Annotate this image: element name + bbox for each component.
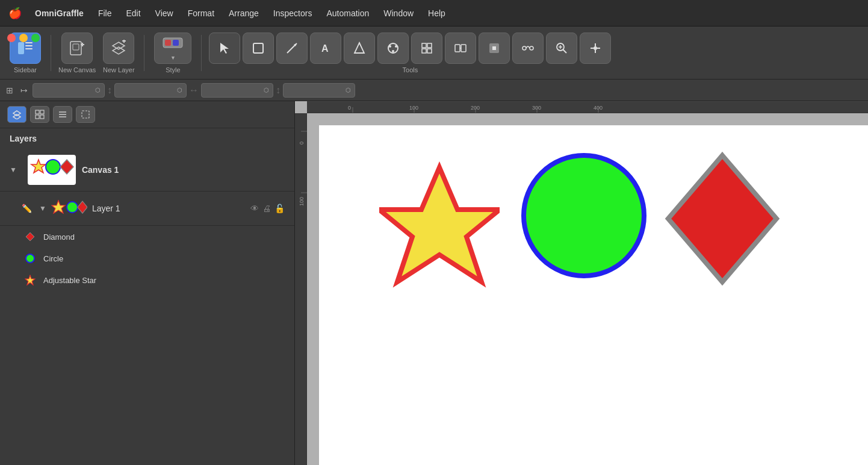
menu-format[interactable]: Format bbox=[182, 6, 220, 20]
sidebar-label: Sidebar bbox=[14, 66, 37, 73]
svg-rect-0 bbox=[18, 42, 24, 54]
selection-tool[interactable] bbox=[209, 33, 240, 64]
svg-rect-3 bbox=[25, 48, 33, 49]
circle-label: Circle bbox=[43, 254, 63, 263]
eye-icon[interactable]: 👁 bbox=[250, 204, 259, 213]
svg-rect-42 bbox=[36, 115, 39, 119]
h-arrows: ⬡ bbox=[346, 87, 351, 93]
svg-text:100: 100 bbox=[299, 197, 305, 206]
print-icon[interactable]: 🖨 bbox=[262, 204, 271, 213]
x-position-input[interactable]: ⬡ bbox=[33, 83, 105, 98]
pan-tool[interactable] bbox=[580, 33, 611, 64]
menu-omnigraffle[interactable]: OmniGraffle bbox=[29, 6, 90, 20]
style-icon: ▼ bbox=[154, 33, 191, 64]
sidebar-layers-view[interactable] bbox=[7, 106, 26, 123]
svg-marker-74 bbox=[668, 155, 777, 282]
svg-rect-23 bbox=[422, 43, 426, 48]
pencil-icon: ✏️ bbox=[22, 204, 32, 213]
menu-automation[interactable]: Automation bbox=[320, 6, 375, 20]
menu-view[interactable]: View bbox=[149, 6, 179, 20]
star-shape-canvas[interactable] bbox=[379, 161, 500, 308]
svg-rect-13 bbox=[165, 40, 171, 46]
close-button[interactable] bbox=[7, 34, 16, 42]
grid-tool[interactable] bbox=[411, 33, 442, 64]
svg-point-55 bbox=[26, 254, 34, 263]
canvas-drawing-surface[interactable] bbox=[319, 125, 868, 465]
diamond-shape-canvas[interactable] bbox=[662, 149, 783, 290]
menu-edit[interactable]: Edit bbox=[120, 6, 146, 20]
svg-marker-8 bbox=[113, 42, 125, 49]
svg-rect-40 bbox=[36, 110, 39, 114]
menu-arrange[interactable]: Arrange bbox=[223, 6, 265, 20]
subtool-icon-1[interactable]: ⊞ bbox=[4, 86, 16, 95]
canvas-1-item[interactable]: ▼ Canvas 1 bbox=[0, 149, 294, 192]
svg-rect-5 bbox=[73, 44, 79, 50]
menu-inspectors[interactable]: Inspectors bbox=[267, 6, 318, 20]
lock-icon[interactable]: 🔓 bbox=[274, 204, 285, 213]
text-tool[interactable]: A bbox=[310, 33, 341, 64]
circle-item[interactable]: Circle bbox=[0, 248, 294, 269]
new-canvas-button[interactable]: New Canvas bbox=[58, 33, 96, 73]
connection-tool[interactable] bbox=[512, 33, 544, 64]
tools-label: Tools bbox=[403, 66, 418, 73]
zoom-tool[interactable] bbox=[546, 33, 577, 64]
svg-marker-56 bbox=[25, 275, 35, 285]
svg-line-34 bbox=[563, 49, 566, 53]
layer-thumbnail bbox=[51, 198, 87, 219]
svg-point-22 bbox=[392, 50, 394, 52]
group-tool[interactable] bbox=[445, 33, 476, 64]
svg-point-49 bbox=[46, 160, 60, 174]
layer-expand-arrow: ▼ bbox=[39, 204, 46, 213]
sidebar-list-view[interactable] bbox=[53, 106, 72, 123]
star-item[interactable]: Adjustable Star bbox=[0, 269, 294, 291]
svg-marker-54 bbox=[26, 232, 34, 241]
fill-tool[interactable] bbox=[479, 33, 510, 64]
svg-marker-72 bbox=[379, 167, 500, 282]
circle-shape-canvas[interactable] bbox=[518, 149, 650, 284]
style-button[interactable]: ▼ Style bbox=[152, 33, 194, 73]
width-input[interactable]: ⬡ bbox=[201, 83, 273, 98]
edit-tool[interactable] bbox=[377, 33, 409, 64]
sidebar-selection-view[interactable] bbox=[76, 106, 95, 123]
svg-point-73 bbox=[524, 155, 644, 276]
toolbar: Sidebar New Canvas New Layer bbox=[0, 27, 868, 80]
height-input[interactable]: ⬡ bbox=[283, 83, 355, 98]
svg-text:A: A bbox=[321, 43, 329, 54]
circle-icon bbox=[24, 252, 36, 264]
svg-rect-28 bbox=[461, 45, 466, 52]
svg-rect-24 bbox=[427, 43, 432, 48]
y-arrows: ⬡ bbox=[177, 87, 182, 93]
shape-tool[interactable] bbox=[243, 33, 274, 64]
svg-rect-15 bbox=[253, 43, 263, 53]
menu-file[interactable]: File bbox=[92, 6, 118, 20]
menu-window[interactable]: Window bbox=[377, 6, 420, 20]
minimize-button[interactable] bbox=[19, 34, 28, 42]
svg-point-52 bbox=[67, 202, 78, 213]
svg-marker-53 bbox=[78, 201, 87, 213]
toolbar-divider-2 bbox=[144, 35, 144, 71]
sidebar-grid-view[interactable] bbox=[30, 106, 49, 123]
separator-2: ↔ bbox=[189, 85, 199, 96]
sidebar-view-controls bbox=[0, 101, 294, 128]
subtool-icon-2[interactable]: ↦ bbox=[18, 86, 30, 95]
star-label: Adjustable Star bbox=[43, 276, 96, 285]
svg-rect-14 bbox=[173, 40, 179, 46]
maximize-button[interactable] bbox=[31, 34, 40, 42]
svg-marker-9 bbox=[113, 47, 125, 54]
apple-menu[interactable]: 🍎 bbox=[6, 4, 24, 22]
svg-point-20 bbox=[389, 45, 391, 48]
y-position-input[interactable]: ⬡ bbox=[114, 83, 187, 98]
menu-help[interactable]: Help bbox=[422, 6, 451, 20]
canvas-name: Canvas 1 bbox=[82, 165, 119, 175]
line-tool[interactable] bbox=[276, 33, 308, 64]
svg-rect-2 bbox=[25, 45, 33, 46]
menubar: 🍎 OmniGraffle File Edit View Format Arra… bbox=[0, 0, 868, 27]
shape-library-tool[interactable] bbox=[344, 33, 375, 64]
layers-title: Layers bbox=[10, 134, 37, 143]
new-layer-button[interactable]: New Layer bbox=[101, 33, 137, 73]
sidebar: Layers ▼ Canvas 1 ✏️ ▼ bbox=[0, 101, 295, 465]
diamond-label: Diamond bbox=[43, 232, 75, 242]
svg-point-37 bbox=[594, 46, 597, 50]
layer-1-item[interactable]: ✏️ ▼ Layer 1 👁 🖨 🔓 bbox=[0, 192, 294, 226]
diamond-item[interactable]: Diamond bbox=[0, 226, 294, 248]
